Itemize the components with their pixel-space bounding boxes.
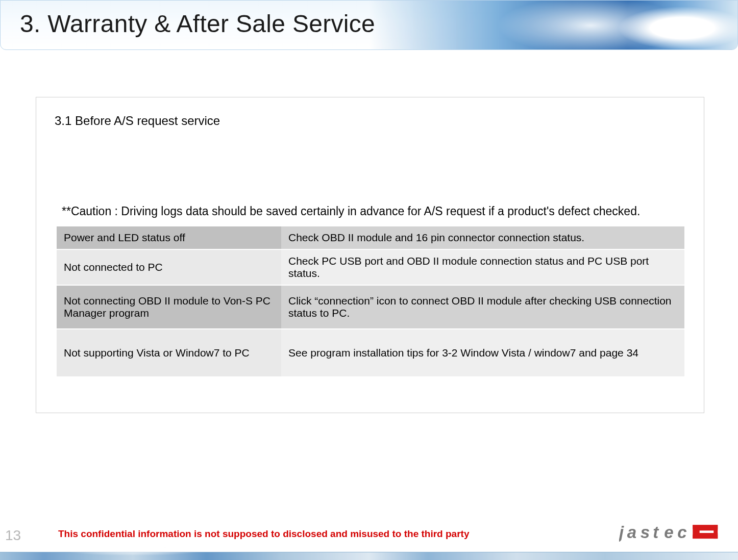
content-panel: 3.1 Before A/S request service **Caution… [36, 97, 704, 413]
svg-text:s: s [641, 523, 650, 542]
table-row: Not supporting Vista or Window7 to PC Se… [57, 329, 684, 377]
cell-action: Check OBD II module and 16 pin connector… [281, 226, 684, 249]
cell-issue: Not connected to PC [57, 249, 281, 285]
table-row: Not connecting OBD II module to Von-S PC… [57, 285, 684, 329]
confidential-notice: This confidential information is not sup… [58, 528, 469, 540]
svg-text:j: j [619, 523, 624, 542]
svg-rect-8 [714, 525, 718, 539]
caution-text: **Caution : Driving logs data should be … [62, 205, 685, 218]
slide: 3. Warranty & After Sale Service 3.1 Bef… [0, 0, 738, 560]
header-banner: 3. Warranty & After Sale Service [0, 0, 738, 50]
svg-text:t: t [653, 523, 659, 542]
troubleshoot-table: Power and LED status off Check OBD II mo… [57, 225, 684, 377]
svg-text:a: a [627, 523, 636, 542]
cell-action: Click “connection” icon to connect OBD I… [281, 285, 684, 329]
jastec-logo: j a s t e c [619, 521, 724, 544]
page-number: 13 [5, 527, 21, 544]
bottom-edge-graphic [0, 552, 738, 560]
svg-text:c: c [677, 523, 686, 542]
cell-action: Check PC USB port and OBD II module conn… [281, 249, 684, 285]
svg-text:e: e [664, 523, 673, 542]
cell-issue: Not supporting Vista or Window7 to PC [57, 329, 281, 377]
cell-action: See program installation tips for 3-2 Wi… [281, 329, 684, 377]
clouds-graphic [370, 1, 737, 50]
table-row: Power and LED status off Check OBD II mo… [57, 226, 684, 249]
jastec-logo-icon: j a s t e c [619, 521, 724, 544]
table-row: Not connected to PC Check PC USB port an… [57, 249, 684, 285]
section-heading: 3.1 Before A/S request service [55, 114, 685, 128]
cell-issue: Not connecting OBD II module to Von-S PC… [57, 285, 281, 329]
page-title: 3. Warranty & After Sale Service [20, 10, 375, 38]
cell-issue: Power and LED status off [57, 226, 281, 249]
